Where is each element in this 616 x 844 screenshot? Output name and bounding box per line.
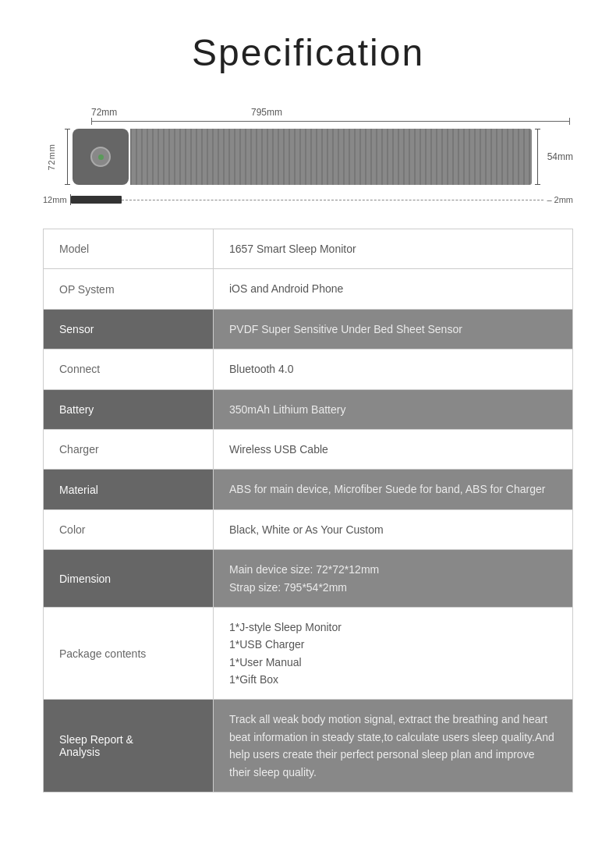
row-label: Dimension	[44, 550, 214, 607]
table-row: DimensionMain device size: 72*72*12mm St…	[44, 550, 572, 608]
row-value: Track all weak body motion signal, extra…	[214, 700, 572, 792]
table-row: MaterialABS for main device, Microfiber …	[44, 470, 572, 509]
left-bracket	[63, 129, 71, 185]
page-container: Specification 72mm 795mm 72mm	[0, 0, 616, 824]
left-vertical-dim: 72mm	[43, 144, 60, 171]
dim-72mm-label: 72mm	[91, 107, 117, 118]
row-label: Material	[44, 470, 214, 509]
table-row: SensorPVDF Super Sensitive Under Bed She…	[44, 310, 572, 349]
dim-72mm-side-label: 72mm	[47, 144, 56, 171]
row-label: Battery	[44, 390, 214, 429]
row-value: 1*J-style Sleep Monitor 1*USB Charger 1*…	[214, 608, 572, 700]
device-head	[73, 129, 129, 185]
table-row: ChargerWireless USB Cable	[44, 430, 572, 470]
row-label: Sleep Report & Analysis	[44, 700, 214, 792]
row-label: OP System	[44, 269, 214, 308]
device-button	[90, 147, 111, 167]
thick-dashed-line	[122, 200, 544, 200]
dim-795mm-label: 795mm	[251, 107, 282, 118]
row-label: Color	[44, 510, 214, 549]
device-strap	[130, 129, 532, 185]
right-bracket	[533, 129, 541, 185]
table-row: Package contents1*J-style Sleep Monitor …	[44, 608, 572, 700]
row-value: 1657 Smart Sleep Monitor	[214, 229, 572, 268]
row-value: 350mAh Lithium Battery	[214, 390, 572, 429]
top-dimension-line	[91, 121, 570, 122]
row-label: Sensor	[44, 310, 214, 349]
dimension-diagram: 72mm 795mm 72mm	[43, 105, 573, 205]
table-row: OP SystemiOS and Android Phone	[44, 269, 572, 309]
dim-12mm-label: 12mm	[43, 195, 67, 204]
row-label: Model	[44, 229, 214, 268]
table-row: ConnectBluetooth 4.0	[44, 349, 572, 389]
thickness-diagram: 12mm – 2mm	[43, 194, 573, 205]
table-row: ColorBlack, White or As Your Custom	[44, 510, 572, 550]
page-title: Specification	[39, 31, 577, 74]
row-value: Bluetooth 4.0	[214, 349, 572, 388]
dim-2mm-label: – 2mm	[547, 195, 573, 204]
dim-54mm-label: 54mm	[547, 151, 573, 162]
spec-table: Model1657 Smart Sleep MonitorOP SystemiO…	[43, 229, 573, 793]
row-value: Black, White or As Your Custom	[214, 510, 572, 549]
row-value: Main device size: 72*72*12mm Strap size:…	[214, 550, 572, 607]
row-label: Connect	[44, 349, 214, 388]
device-indicator	[98, 154, 104, 160]
row-value: ABS for main device, Microfiber Suede fo…	[214, 470, 572, 509]
row-label: Charger	[44, 430, 214, 469]
table-row: Battery350mAh Lithium Battery	[44, 390, 572, 430]
thick-solid-part	[71, 196, 122, 204]
table-row: Sleep Report & AnalysisTrack all weak bo…	[44, 700, 572, 792]
row-value: iOS and Android Phone	[214, 269, 572, 308]
row-value: PVDF Super Sensitive Under Bed Sheet Sen…	[214, 310, 572, 349]
table-row: Model1657 Smart Sleep Monitor	[44, 229, 572, 269]
row-value: Wireless USB Cable	[214, 430, 572, 469]
row-label: Package contents	[44, 608, 214, 700]
